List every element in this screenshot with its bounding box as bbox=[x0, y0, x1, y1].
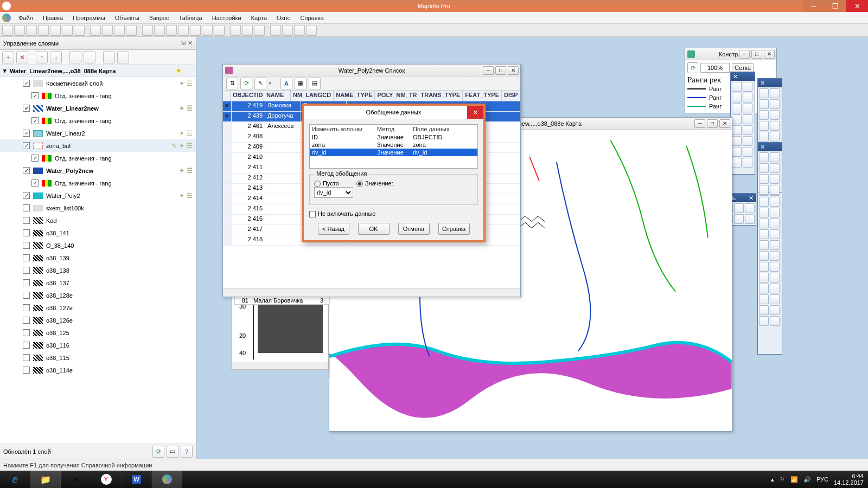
draw-symbol[interactable] bbox=[732, 136, 742, 146]
layer-checkbox[interactable] bbox=[23, 292, 30, 299]
tool-button[interactable] bbox=[770, 197, 780, 207]
tb-new[interactable] bbox=[2, 25, 13, 36]
layer-checkbox[interactable] bbox=[23, 317, 30, 324]
palette-close-icon[interactable]: ✕ bbox=[733, 73, 738, 80]
menu-programs[interactable]: Программы bbox=[68, 14, 109, 22]
sub-palette[interactable]: ✕ bbox=[757, 142, 782, 193]
star-icon[interactable]: ✦ bbox=[179, 105, 184, 112]
star-icon[interactable]: ✦ bbox=[176, 67, 182, 75]
tb-extra1[interactable] bbox=[230, 25, 241, 36]
grid-button[interactable]: Сетка bbox=[732, 63, 754, 72]
layer-checkbox[interactable] bbox=[23, 354, 30, 361]
layer-checkbox[interactable] bbox=[23, 204, 30, 211]
star-icon[interactable]: ✦ bbox=[179, 80, 184, 87]
layer-group[interactable]: ▾ Water_Linear2new,...,o38_088e Карта ✦ bbox=[0, 65, 196, 77]
cye-6[interactable] bbox=[745, 214, 755, 224]
layer-checkbox[interactable] bbox=[23, 254, 30, 261]
sp-2[interactable] bbox=[770, 152, 780, 162]
tool-button[interactable] bbox=[770, 132, 780, 142]
tray-lang[interactable]: РУС bbox=[816, 476, 828, 483]
tool-button[interactable] bbox=[759, 121, 769, 131]
layer-row[interactable]: o38_138 bbox=[0, 264, 196, 277]
add-column-button[interactable]: ▦ bbox=[295, 78, 307, 89]
draw-style[interactable] bbox=[743, 147, 752, 157]
layer-row[interactable]: Water_Linear2new✦☰ bbox=[0, 102, 196, 114]
layer-checkbox[interactable] bbox=[23, 329, 30, 336]
app-logo-icon[interactable] bbox=[2, 14, 11, 22]
tool-button[interactable] bbox=[759, 197, 769, 207]
column-list-row[interactable]: zonaЗначениеzona bbox=[310, 141, 477, 149]
tool-button[interactable] bbox=[770, 208, 780, 217]
layer-checkbox[interactable] bbox=[23, 242, 30, 249]
ok-button[interactable]: OK bbox=[358, 223, 390, 235]
sp-5[interactable] bbox=[759, 174, 769, 184]
tool-button[interactable] bbox=[770, 110, 780, 120]
draw-round[interactable] bbox=[743, 114, 752, 124]
tool-button[interactable] bbox=[770, 229, 780, 239]
layer-checkbox[interactable] bbox=[23, 342, 30, 349]
draw-regionstyle[interactable] bbox=[743, 158, 752, 168]
layer-row[interactable]: o38_125 bbox=[0, 326, 196, 339]
star-icon[interactable]: ✦ bbox=[179, 130, 184, 137]
sort-button[interactable]: ⇅ bbox=[226, 78, 238, 89]
label-icon[interactable]: ☰ bbox=[187, 142, 193, 150]
help-button[interactable]: Справка bbox=[438, 223, 470, 235]
designer-max[interactable]: □ bbox=[751, 50, 762, 59]
draw-palette[interactable]: ✕ bbox=[730, 72, 755, 175]
menu-query[interactable]: Запрос bbox=[145, 14, 173, 22]
tb-db[interactable] bbox=[38, 25, 49, 36]
task-yandex[interactable]: Y bbox=[91, 471, 122, 488]
browse-max[interactable]: □ bbox=[495, 66, 506, 75]
task-explorer[interactable]: 📁 bbox=[30, 471, 61, 488]
star-icon[interactable]: ✦ bbox=[179, 192, 184, 200]
edit-icon[interactable]: ✎ bbox=[171, 142, 177, 150]
draw-select[interactable] bbox=[732, 82, 742, 92]
move-down-button[interactable]: ↓ bbox=[50, 52, 62, 63]
tool-button[interactable] bbox=[770, 273, 780, 282]
col-transtype[interactable]: TRANS_TYPE bbox=[418, 91, 463, 101]
tb-open-ws[interactable] bbox=[26, 25, 37, 36]
layer-row[interactable]: Отд. значения - rang bbox=[0, 114, 196, 127]
tool-button[interactable] bbox=[759, 208, 769, 217]
menu-help[interactable]: Справка bbox=[296, 14, 328, 22]
tool-button[interactable] bbox=[770, 316, 780, 326]
dialog-title[interactable]: Обобщение данных ✕ bbox=[304, 106, 483, 119]
col-langcd[interactable]: NM_LANGCD bbox=[291, 91, 334, 101]
tool-button[interactable] bbox=[770, 284, 780, 293]
layer-row[interactable]: o38_127e bbox=[0, 301, 196, 314]
tb-newtable[interactable] bbox=[142, 25, 153, 36]
label-icon[interactable]: ☰ bbox=[187, 167, 193, 175]
tb-extra3[interactable] bbox=[254, 25, 265, 36]
designer-refresh[interactable]: ⟳ bbox=[687, 62, 698, 73]
star-icon[interactable]: ✦ bbox=[179, 167, 184, 175]
sp-6[interactable] bbox=[770, 174, 780, 184]
layer-row[interactable]: Косметический слой✦☰ bbox=[0, 77, 196, 89]
map-max[interactable]: □ bbox=[707, 119, 718, 128]
layer-row[interactable]: o38_115 bbox=[0, 351, 196, 364]
tray-up-icon[interactable]: ▴ bbox=[771, 476, 774, 483]
tool-button[interactable] bbox=[759, 88, 769, 98]
dialog-close[interactable]: ✕ bbox=[467, 106, 483, 119]
label-icon[interactable]: ☰ bbox=[187, 130, 193, 137]
column-list-row[interactable]: IDЗначениеOBJECTID bbox=[310, 133, 477, 141]
tool-button[interactable] bbox=[770, 262, 780, 272]
menu-objects[interactable]: Объекты bbox=[111, 14, 144, 22]
tool-button[interactable] bbox=[770, 294, 780, 304]
window-minimize[interactable]: ─ bbox=[803, 0, 825, 12]
layer-tool-4[interactable] bbox=[117, 52, 129, 63]
tb-print[interactable] bbox=[74, 25, 85, 36]
pin-icon[interactable]: ⇲ bbox=[181, 40, 186, 47]
palette-close-icon[interactable]: ✕ bbox=[749, 195, 754, 202]
column-list[interactable]: Изменить колонки Метод Поле данных IDЗна… bbox=[309, 124, 478, 169]
layer-row[interactable]: O_38_140 bbox=[0, 239, 196, 252]
footer-help-button[interactable]: ? bbox=[181, 446, 193, 458]
layer-checkbox[interactable] bbox=[23, 192, 30, 199]
footer-refresh-button[interactable]: ⟳ bbox=[152, 446, 164, 458]
col-name[interactable]: NAME bbox=[264, 91, 291, 101]
col-feattype[interactable]: FEAT_TYPE bbox=[463, 91, 502, 101]
window-close[interactable]: ✕ bbox=[846, 0, 868, 12]
layer-checkbox[interactable] bbox=[23, 130, 30, 137]
layer-row[interactable]: Отд. значения - rang bbox=[0, 177, 196, 189]
cye-5[interactable] bbox=[734, 214, 744, 224]
tb-newbrowse[interactable] bbox=[178, 25, 189, 36]
